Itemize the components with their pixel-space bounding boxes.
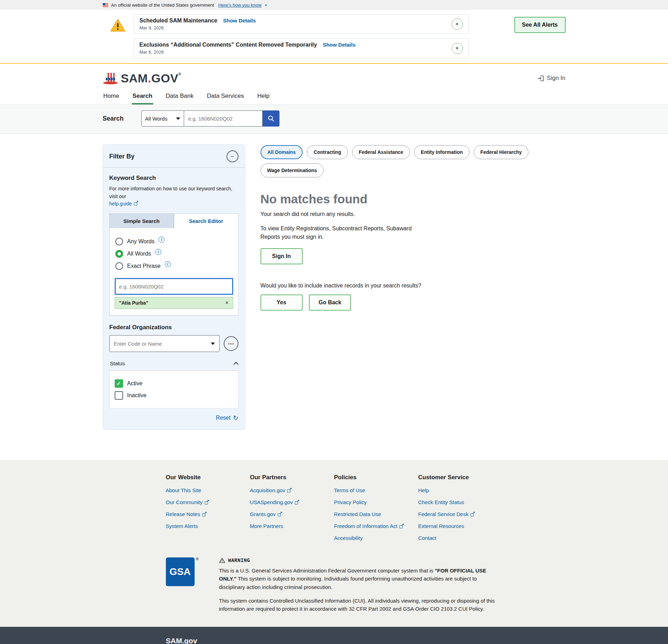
status-section-toggle[interactable]: Status (109, 359, 238, 371)
logo-text: SAM.GOV® (121, 72, 182, 84)
nav-data-bank[interactable]: Data Bank (165, 90, 194, 104)
nav-help[interactable]: Help (257, 90, 270, 104)
logo-registered-mark: ® (178, 72, 182, 76)
checkbox-label: Active (127, 380, 143, 387)
footer-link-system-alerts[interactable]: System Alerts (166, 523, 250, 529)
warning-paragraph-1: This is a U.S. General Services Administ… (219, 567, 496, 591)
radio-circle-selected[interactable] (115, 250, 123, 258)
global-search-input[interactable] (184, 110, 263, 127)
search-type-select[interactable]: All Words (141, 110, 184, 127)
tab-simple-search[interactable]: Simple Search (109, 213, 174, 228)
footer-link-check-entity-status[interactable]: Check Entity Status (418, 499, 502, 505)
footer-link-our-community[interactable]: Our Community↗ (166, 499, 250, 505)
pill-wage-determinations[interactable]: Wage Determinations (261, 163, 324, 177)
tab-search-editor[interactable]: Search Editor (174, 213, 238, 228)
footer-column-title: Our Partners (250, 474, 334, 481)
radio-exact-phrase[interactable]: Exact Phrase i (115, 262, 232, 270)
chip-remove-icon[interactable]: × (225, 300, 228, 306)
alert-close-button[interactable]: × (452, 43, 463, 54)
status-option-active[interactable]: ✓ Active (115, 379, 233, 388)
alert-date: Mar 6, 2026 (140, 49, 444, 55)
federal-organizations-select[interactable]: Enter Code or Name (109, 335, 220, 352)
footer-column-policies: Policies Terms of Use Privacy Policy Res… (334, 474, 418, 547)
help-guide-link[interactable]: help guide↗ (109, 201, 139, 206)
pill-all-domains[interactable]: All Domains (261, 145, 303, 159)
chevron-down-icon: ▾ (265, 3, 267, 7)
radio-circle[interactable] (115, 238, 123, 245)
footer-link-restricted-data-use[interactable]: Restricted Data Use (334, 511, 418, 517)
header-sign-in-link[interactable]: Sign In (537, 75, 566, 82)
yes-button[interactable]: Yes (261, 294, 303, 311)
nav-search[interactable]: Search (132, 90, 153, 104)
sign-in-icon (537, 75, 544, 81)
footer-link-label: Terms of Use (334, 487, 365, 493)
footer-link-about-this-site[interactable]: About This Site (166, 487, 250, 493)
footer-link-label: Restricted Data Use (334, 511, 381, 517)
alert-row: Scheduled SAM Maintenance Show Details M… (134, 14, 469, 34)
see-all-alerts-button[interactable]: See All Alerts (514, 17, 566, 33)
close-icon: × (456, 21, 459, 28)
close-icon: × (456, 45, 459, 52)
footer-link-more-partners[interactable]: More Partners (250, 523, 334, 529)
checkbox-unchecked[interactable] (115, 391, 123, 400)
results-area: All Domains Contracting Federal Assistan… (261, 144, 566, 311)
sam-gov-logo[interactable]: SAM.GOV® (103, 72, 182, 85)
sign-in-note: To view Entity Registrations, Subcontrac… (261, 224, 432, 241)
sign-in-button[interactable]: Sign In (261, 248, 303, 264)
info-icon[interactable]: i (158, 237, 164, 243)
radio-any-words[interactable]: Any Words i (115, 238, 232, 245)
footer-dark: SAM.gov An official website of the U.S. … (0, 627, 668, 644)
footer-link-label: USASpending.gov (250, 499, 293, 505)
footer-column-our-partners: Our Partners Acquisition.gov↗ USASpendin… (250, 474, 334, 547)
radio-label: All Words (127, 251, 151, 257)
footer-link-terms-of-use[interactable]: Terms of Use (334, 487, 418, 493)
system-warning: WARNING This is a U.S. General Services … (219, 557, 496, 613)
pill-federal-assistance[interactable]: Federal Assistance (352, 145, 410, 159)
reset-label: Reset (216, 415, 231, 421)
keyword-search-input[interactable] (115, 278, 233, 295)
filter-collapse-button[interactable]: − (227, 150, 238, 162)
nav-home[interactable]: Home (103, 90, 120, 104)
footer-link-external-resources[interactable]: External Resources (418, 523, 502, 529)
pill-entity-information[interactable]: Entity Information (414, 145, 470, 159)
footer-link-contact[interactable]: Contact (418, 535, 502, 541)
footer-link-help[interactable]: Help (418, 487, 502, 493)
logo-sam: SAM (121, 72, 148, 85)
filter-reset[interactable]: Reset ↻ (109, 415, 238, 421)
keyword-card: Any Words i All Words i Exact Phrase i "… (109, 228, 238, 316)
footer-link-federal-service-desk[interactable]: Federal Service Desk↗ (418, 511, 502, 517)
warning-paragraph-2: This system contains Controlled Unclassi… (219, 597, 496, 613)
nav-data-services[interactable]: Data Services (206, 90, 245, 104)
status-option-inactive[interactable]: Inactive (115, 391, 233, 400)
pill-federal-hierarchy[interactable]: Federal Hierarchy (474, 145, 528, 159)
federal-organizations-more-button[interactable]: ⋯ (224, 336, 238, 351)
checkbox-checked[interactable]: ✓ (115, 379, 123, 388)
warning-text: This system is subject to monitoring. In… (219, 576, 477, 590)
footer-link-foia[interactable]: Freedom of Information Act↗ (334, 523, 418, 529)
caret-down-icon (176, 117, 180, 120)
search-submit-button[interactable] (263, 110, 279, 127)
radio-all-words[interactable]: All Words i (115, 250, 232, 258)
no-matches-heading: No matches found (261, 192, 566, 206)
info-icon[interactable]: i (155, 249, 161, 255)
footer-link-accessibility[interactable]: Accessibility (334, 535, 418, 541)
footer-link-usaspending-gov[interactable]: USASpending.gov↗ (250, 499, 334, 505)
radio-circle[interactable] (115, 262, 123, 270)
footer-link-release-notes[interactable]: Release Notes↗ (166, 511, 250, 517)
footer-link-label: About This Site (166, 487, 201, 493)
footer-link-grants-gov[interactable]: Grants.gov↗ (250, 511, 334, 517)
gov-banner-how-link[interactable]: Here’s how you know (218, 2, 261, 8)
external-link-icon: ↗ (134, 201, 138, 205)
alert-show-details-link[interactable]: Show Details (223, 18, 256, 23)
alert-show-details-link[interactable]: Show Details (323, 42, 355, 48)
alert-close-button[interactable]: × (452, 19, 463, 30)
search-strip-label: Search (103, 115, 124, 122)
federal-organizations-placeholder: Enter Code or Name (114, 341, 162, 347)
footer-link-privacy-policy[interactable]: Privacy Policy (334, 499, 418, 505)
status-card: ✓ Active Inactive (109, 371, 238, 408)
footer-link-acquisition-gov[interactable]: Acquisition.gov↗ (250, 487, 334, 493)
info-icon[interactable]: i (165, 261, 171, 267)
external-link-icon: ↗ (278, 512, 282, 516)
pill-contracting[interactable]: Contracting (307, 145, 348, 159)
go-back-button[interactable]: Go Back (309, 294, 351, 311)
